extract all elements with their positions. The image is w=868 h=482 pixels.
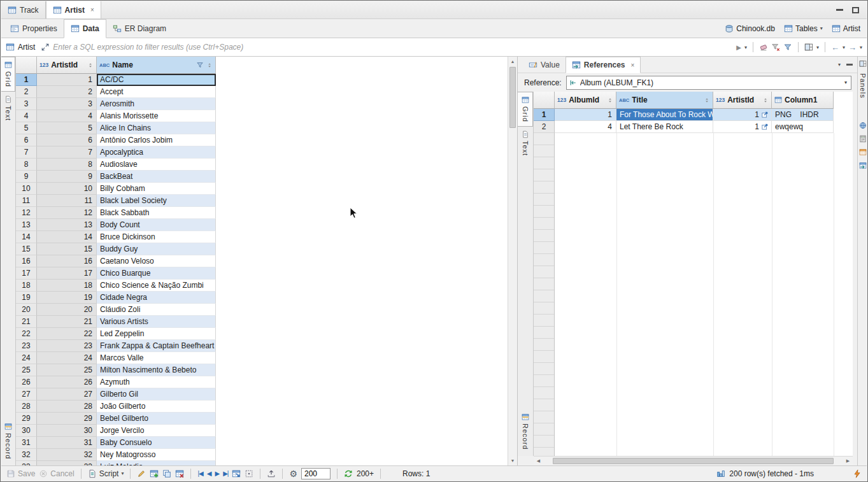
name-cell[interactable]: Led Zeppelin — [97, 328, 216, 340]
column1-cell[interactable]: ewqewq — [772, 121, 834, 133]
browse-mode-icon[interactable] — [245, 469, 253, 478]
table-row[interactable]: 20 20 Cláudio Zoli — [16, 304, 508, 316]
column-header-name[interactable]: ABC Name — [97, 57, 216, 74]
notifications-icon[interactable] — [853, 469, 862, 478]
grouping-panel-icon[interactable] — [859, 148, 867, 156]
name-cell[interactable]: Luiz Melodia — [97, 461, 216, 465]
name-cell[interactable]: Caetano Veloso — [97, 255, 216, 267]
row-number[interactable]: 16 — [16, 255, 37, 267]
sort-icon[interactable] — [704, 97, 710, 104]
table-row[interactable]: 3 3 Aerosmith — [16, 98, 508, 110]
sort-icon[interactable] — [87, 62, 94, 69]
row-number[interactable]: 18 — [16, 280, 37, 292]
table-row[interactable]: 29 29 Bebel Gilberto — [16, 413, 508, 425]
dropdown-icon[interactable]: ▾ — [841, 80, 851, 85]
custom-filter-icon[interactable] — [783, 43, 792, 52]
horizontal-scrollbar[interactable]: ◀ ▶ — [534, 456, 853, 465]
artistid-cell[interactable]: 9 — [37, 171, 97, 183]
artistid-cell[interactable]: 25 — [37, 364, 97, 376]
artistid-cell[interactable]: 1 — [37, 74, 97, 86]
refresh-icon[interactable] — [344, 469, 353, 478]
fetch-more-label[interactable]: 200+ — [357, 469, 374, 478]
artistid-cell[interactable]: 18 — [37, 280, 97, 292]
sort-icon[interactable] — [206, 62, 213, 69]
artistid-cell[interactable]: 12 — [37, 207, 97, 219]
scrollbar-thumb[interactable] — [509, 67, 516, 128]
artistid-cell[interactable]: 31 — [37, 437, 97, 449]
scroll-left-icon[interactable]: ◀ — [534, 457, 543, 465]
artistid-cell[interactable]: 30 — [37, 425, 97, 437]
row-number[interactable]: 9 — [16, 171, 37, 183]
table-row[interactable]: 17 17 Chico Buarque — [16, 267, 508, 280]
table-row[interactable]: 12 12 Black Sabbath — [16, 207, 508, 219]
table-row[interactable]: 11 11 Black Label Society — [16, 195, 508, 207]
name-cell[interactable]: Baby Consuelo — [97, 437, 216, 449]
last-row-icon[interactable]: ▶| — [223, 470, 228, 477]
row-number[interactable]: 2 — [16, 86, 37, 98]
artistid-cell[interactable]: 15 — [37, 243, 97, 255]
side-tab-grid[interactable]: Grid — [1, 57, 15, 92]
table-row[interactable]: 9 9 BackBeat — [16, 171, 508, 183]
table-row[interactable]: 27 27 Gilberto Gil — [16, 388, 508, 400]
sort-icon[interactable] — [607, 97, 613, 104]
previous-row-icon[interactable]: ◀ — [207, 470, 211, 477]
albumid-cell[interactable]: 1 — [555, 109, 616, 121]
name-cell[interactable]: Gilberto Gil — [97, 388, 216, 400]
calc-panel-icon[interactable] — [859, 135, 867, 143]
row-number[interactable]: 13 — [16, 219, 37, 231]
row-number[interactable]: 19 — [16, 292, 37, 304]
fetch-size-input[interactable] — [301, 468, 331, 479]
artistid-cell[interactable]: 20 — [37, 304, 97, 316]
panel-side-tab-text[interactable]: Text — [518, 127, 533, 160]
albumid-cell[interactable]: 4 — [555, 121, 616, 133]
minimize-icon[interactable] — [836, 9, 843, 11]
artistid-cell[interactable]: 32 — [37, 449, 97, 461]
cancel-button[interactable]: Cancel — [39, 469, 74, 478]
vertical-scrollbar[interactable]: ▲ ▼ — [508, 57, 517, 465]
name-cell[interactable]: Bruce Dickinson — [97, 231, 216, 243]
chevron-down-icon[interactable]: ▾ — [843, 45, 845, 50]
table-row[interactable]: 7 7 Apocalyptica — [16, 146, 508, 159]
table-row[interactable]: 31 31 Baby Consuelo — [16, 437, 508, 449]
table-row[interactable]: 15 15 Buddy Guy — [16, 243, 508, 255]
table-row[interactable]: 21 21 Various Artists — [16, 316, 508, 328]
title-cell[interactable]: Let There Be Rock — [616, 121, 713, 133]
panel-side-tab-record[interactable]: Record — [518, 409, 533, 453]
edit-cell-icon[interactable] — [137, 469, 146, 478]
artistid-cell[interactable]: 5 — [37, 122, 97, 134]
side-tab-text[interactable]: Text — [1, 92, 15, 125]
table-row[interactable]: 26 26 Azymuth — [16, 376, 508, 388]
row-number[interactable]: 21 — [16, 316, 37, 328]
artistid-cell[interactable]: 13 — [37, 219, 97, 231]
name-cell[interactable]: Billy Cobham — [97, 183, 216, 195]
panels-layout-icon[interactable] — [804, 43, 813, 52]
back-icon[interactable]: ← — [831, 43, 839, 52]
chevron-down-icon[interactable]: ▾ — [860, 45, 862, 50]
save-button[interactable]: Save — [6, 469, 35, 478]
row-number[interactable]: 31 — [16, 437, 37, 449]
row-number[interactable]: 3 — [16, 98, 37, 110]
title-cell[interactable]: For Those About To Rock We Salute You — [616, 109, 713, 121]
table-row[interactable]: 23 23 Frank Zappa & Captain Beefheart — [16, 340, 508, 352]
row-number[interactable]: 8 — [16, 159, 37, 171]
scroll-right-icon[interactable]: ▶ — [843, 457, 853, 465]
duplicate-row-icon[interactable] — [162, 469, 171, 478]
name-cell[interactable]: BackBeat — [97, 171, 216, 183]
artistid-cell[interactable]: 22 — [37, 328, 97, 340]
row-number[interactable]: 14 — [16, 231, 37, 243]
table-row[interactable]: 33 33 Luiz Melodia — [16, 461, 508, 465]
close-icon[interactable]: × — [90, 6, 94, 13]
table-row[interactable]: 14 14 Bruce Dickinson — [16, 231, 508, 243]
row-number[interactable]: 15 — [16, 243, 37, 255]
view-menu-icon[interactable]: ▾ — [838, 62, 841, 67]
table-row[interactable]: 2 2 Accept — [16, 86, 508, 98]
name-cell[interactable]: Body Count — [97, 219, 216, 231]
filter-table-label[interactable]: Artist — [6, 43, 38, 52]
tab-properties[interactable]: Properties — [4, 19, 64, 38]
export-icon[interactable] — [267, 469, 276, 478]
artistid-cell[interactable]: 19 — [37, 292, 97, 304]
name-cell[interactable]: Milton Nascimento & Bebeto — [97, 364, 216, 376]
panel-tab-value[interactable]: Value — [523, 57, 566, 73]
row-number[interactable]: 7 — [16, 146, 37, 159]
row-number[interactable]: 24 — [16, 352, 37, 364]
